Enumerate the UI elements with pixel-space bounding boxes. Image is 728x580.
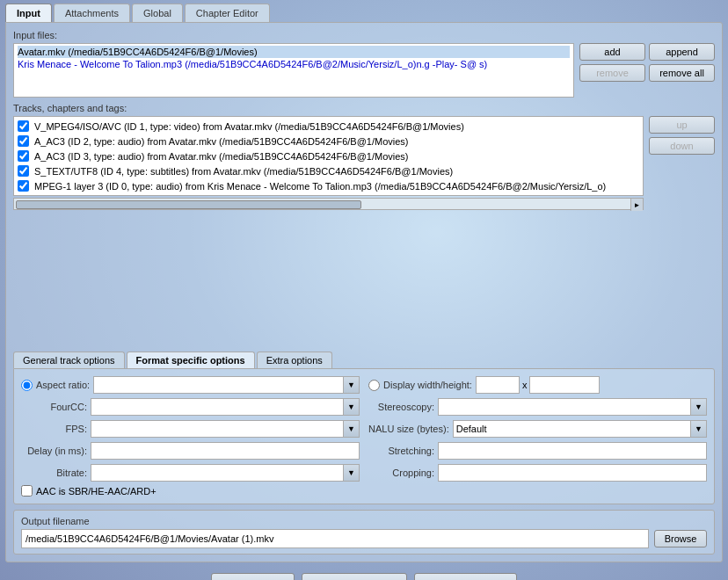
tab-extra-options[interactable]: Extra options <box>257 352 332 368</box>
input-files-list[interactable]: Avatar.mkv (/media/51B9CC4A6D5424F6/B@1/… <box>13 43 574 98</box>
tab-global[interactable]: Global <box>132 4 183 22</box>
browse-button[interactable]: Browse <box>654 530 707 547</box>
fourcc-input[interactable] <box>91 398 344 416</box>
display-height-input[interactable] <box>529 376 600 394</box>
right-buttons-col: add append remove remove all <box>579 43 715 82</box>
track-item: S_TEXT/UTF8 (ID 4, type: subtitles) from… <box>18 163 639 178</box>
scrollbar-thumb <box>16 200 361 209</box>
tab-bar: Input Attachments Global Chapter Editor <box>0 0 728 22</box>
bitrate-row: Bitrate: ▼ <box>21 464 360 482</box>
nalu-label: NALU size (bytes): <box>368 424 449 434</box>
aspect-ratio-input[interactable] <box>93 376 344 394</box>
aac-sbr-label: AAC is SBR/HE-AAC/ARD+ <box>36 486 157 497</box>
fps-select[interactable]: ▼ <box>91 420 360 438</box>
track-checkbox-3[interactable] <box>18 165 29 177</box>
tracks-label: Tracks, chapters and tags: <box>13 103 715 113</box>
cropping-input[interactable] <box>438 464 707 482</box>
copy-clipboard-button[interactable]: Copy to clipboard <box>302 573 407 580</box>
add-append-row: add append <box>579 43 715 61</box>
tab-general-track[interactable]: General track options <box>13 352 125 368</box>
bitrate-select[interactable]: ▼ <box>91 464 360 482</box>
aspect-ratio-arrow[interactable]: ▼ <box>344 376 360 394</box>
nalu-arrow[interactable]: ▼ <box>691 420 707 438</box>
delay-input[interactable] <box>91 442 360 460</box>
fps-row: FPS: ▼ <box>21 420 360 438</box>
fourcc-row: FourCC: ▼ <box>21 398 360 416</box>
delay-row: Delay (in ms): <box>21 442 360 460</box>
track-item: V_MPEG4/ISO/AVC (ID 1, type: video) from… <box>18 119 639 134</box>
cropping-label: Cropping: <box>368 468 434 478</box>
nalu-select[interactable]: ▼ <box>453 420 707 438</box>
display-width-radio-group: Display width/height: <box>368 380 472 391</box>
add-job-queue-button[interactable]: Add to job queue <box>414 573 517 580</box>
aspect-ratio-row: Aspect ratio: ▼ <box>21 376 360 394</box>
track-label-2: A_AC3 (ID 3, type: audio) from Avatar.mk… <box>34 151 408 162</box>
stretching-input[interactable] <box>438 442 707 460</box>
options-panel: Aspect ratio: ▼ Display width/height: <box>13 368 715 504</box>
append-button[interactable]: append <box>649 43 715 61</box>
aspect-ratio-label: Aspect ratio: <box>36 380 90 390</box>
fps-input[interactable] <box>91 420 344 438</box>
scrollbar-right-arrow[interactable]: ► <box>630 199 643 211</box>
start-muxing-button[interactable]: Start muxing <box>211 573 295 580</box>
file-item[interactable]: Kris Menace - Welcome To Talion.mp3 (/me… <box>18 58 570 70</box>
display-wh-inputs: x <box>476 376 601 394</box>
tracks-list[interactable]: V_MPEG4/ISO/AVC (ID 1, type: video) from… <box>13 116 644 196</box>
track-checkbox-2[interactable] <box>18 150 29 162</box>
aspect-ratio-select[interactable]: ▼ <box>93 376 360 394</box>
aac-sbr-checkbox[interactable] <box>21 485 33 497</box>
aspect-ratio-radio[interactable] <box>21 380 33 391</box>
tab-input[interactable]: Input <box>5 4 52 22</box>
output-filename-input[interactable] <box>21 529 649 548</box>
aspect-ratio-radio-group: Aspect ratio: <box>21 380 90 391</box>
stereoscopy-row: Stereoscopy: ▼ <box>368 398 707 416</box>
main-area: Input files: Avatar.mkv (/media/51B9CC4A… <box>5 22 723 562</box>
nalu-row: NALU size (bytes): ▼ <box>368 420 707 438</box>
display-width-row: Display width/height: x <box>368 376 707 394</box>
track-label-4: MPEG-1 layer 3 (ID 0, type: audio) from … <box>34 181 606 192</box>
input-files-label: Input files: <box>13 30 715 40</box>
file-item[interactable]: Avatar.mkv (/media/51B9CC4A6D5424F6/B@1/… <box>18 46 570 58</box>
input-files-row: Avatar.mkv (/media/51B9CC4A6D5424F6/B@1/… <box>13 43 715 98</box>
bitrate-arrow[interactable]: ▼ <box>344 464 360 482</box>
up-button[interactable]: up <box>649 116 715 134</box>
track-item: A_AC3 (ID 2, type: audio) from Avatar.mk… <box>18 134 639 149</box>
track-label-0: V_MPEG4/ISO/AVC (ID 1, type: video) from… <box>34 121 464 132</box>
display-width-input[interactable] <box>476 376 520 394</box>
input-files-section: Input files: Avatar.mkv (/media/51B9CC4A… <box>13 30 715 98</box>
bitrate-input[interactable] <box>91 464 344 482</box>
remove-all-button[interactable]: remove all <box>649 64 715 82</box>
output-label: Output filename <box>21 516 707 526</box>
display-width-label: Display width/height: <box>383 380 472 390</box>
delay-label: Delay (in ms): <box>21 446 87 456</box>
track-checkbox-4[interactable] <box>18 180 29 192</box>
bitrate-label: Bitrate: <box>21 468 87 478</box>
track-item: MPEG-1 layer 3 (ID 0, type: audio) from … <box>18 178 639 193</box>
tracks-right-col: up down <box>649 116 715 210</box>
stereoscopy-input[interactable] <box>438 398 691 416</box>
bottom-buttons: Start muxing Copy to clipboard Add to jo… <box>0 568 728 580</box>
track-label-3: S_TEXT/UTF8 (ID 4, type: subtitles) from… <box>34 166 453 177</box>
tracks-list-col: V_MPEG4/ISO/AVC (ID 1, type: video) from… <box>13 116 644 210</box>
display-width-radio[interactable] <box>368 380 380 391</box>
tab-attachments[interactable]: Attachments <box>54 4 130 22</box>
fps-arrow[interactable]: ▼ <box>344 420 360 438</box>
aac-sbr-row: AAC is SBR/HE-AAC/ARD+ <box>21 485 707 497</box>
output-row: Browse <box>21 529 707 548</box>
horizontal-scrollbar[interactable]: ► <box>13 198 644 210</box>
output-section: Output filename Browse <box>13 510 715 555</box>
fourcc-arrow[interactable]: ▼ <box>344 398 360 416</box>
down-button[interactable]: down <box>649 137 715 155</box>
tab-chapter-editor[interactable]: Chapter Editor <box>185 4 270 22</box>
track-checkbox-1[interactable] <box>18 135 29 147</box>
stereoscopy-select[interactable]: ▼ <box>438 398 707 416</box>
stereoscopy-label: Stereoscopy: <box>368 402 434 412</box>
fourcc-select[interactable]: ▼ <box>91 398 360 416</box>
nalu-input[interactable] <box>453 420 691 438</box>
remove-button[interactable]: remove <box>579 64 645 82</box>
tab-format-specific[interactable]: Format specific options <box>127 352 255 368</box>
add-button[interactable]: add <box>579 43 645 61</box>
stereoscopy-arrow[interactable]: ▼ <box>691 398 707 416</box>
track-checkbox-0[interactable] <box>18 120 29 132</box>
fps-label: FPS: <box>21 424 87 434</box>
